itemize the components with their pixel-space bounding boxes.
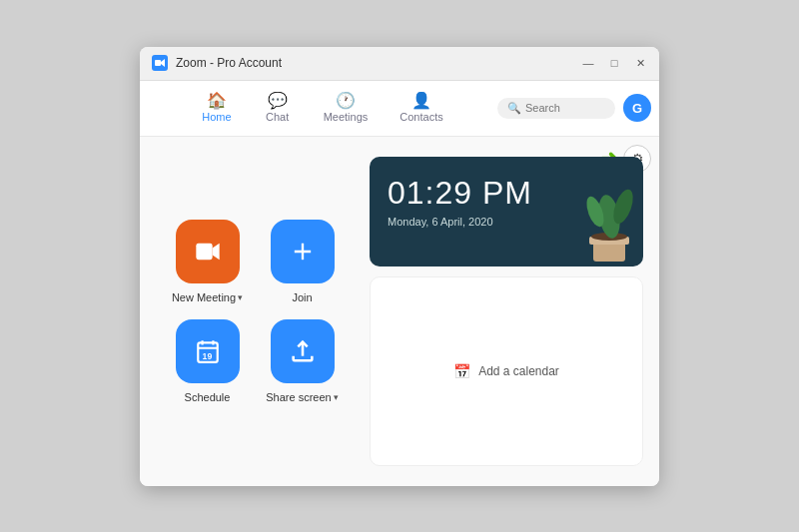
- tab-chat-label: Chat: [266, 111, 289, 123]
- new-meeting-item[interactable]: New Meeting ▾: [170, 220, 245, 303]
- clock-time: 01:29 PM: [388, 175, 532, 212]
- tab-home-label: Home: [202, 111, 231, 123]
- schedule-button[interactable]: 19: [176, 319, 240, 383]
- join-label: Join: [292, 291, 312, 303]
- add-calendar-button[interactable]: 📅 Add a calendar: [453, 363, 559, 379]
- tab-home[interactable]: 🏠 Home: [186, 89, 247, 127]
- join-button[interactable]: [271, 220, 335, 283]
- close-button[interactable]: ✕: [633, 56, 647, 70]
- restore-button[interactable]: □: [607, 56, 621, 70]
- share-screen-chevron: ▾: [334, 392, 339, 402]
- share-screen-label: Share screen ▾: [266, 391, 338, 403]
- schedule-item[interactable]: 19 Schedule: [170, 319, 245, 403]
- calendar-small-icon: 📅: [453, 363, 470, 379]
- tab-meetings-label: Meetings: [324, 111, 369, 123]
- window-controls: — □ ✕: [581, 56, 647, 70]
- plant-decoration: [573, 177, 643, 266]
- svg-marker-3: [212, 243, 219, 259]
- search-input[interactable]: [525, 102, 605, 114]
- join-item[interactable]: Join: [265, 220, 340, 303]
- clock-info: 01:29 PM Monday, 6 April, 2020: [388, 175, 532, 228]
- tab-contacts-label: Contacts: [400, 111, 442, 123]
- nav-bar: 🏠 Home 💬 Chat 🕐 Meetings 👤 Contacts 🔍 G: [140, 81, 659, 137]
- left-panel: New Meeting ▾ Join: [140, 137, 360, 486]
- new-meeting-chevron: ▾: [238, 292, 243, 302]
- app-icon: [152, 55, 168, 71]
- meetings-icon: 🕐: [336, 93, 356, 109]
- clock-date: Monday, 6 April, 2020: [388, 216, 532, 228]
- avatar[interactable]: G: [623, 94, 651, 122]
- svg-rect-2: [196, 243, 212, 259]
- new-meeting-button[interactable]: [176, 220, 240, 283]
- calendar-card: 📅 Add a calendar: [370, 276, 643, 466]
- clock-card: 01:29 PM Monday, 6 April, 2020: [370, 157, 643, 266]
- main-content: ➜ ⚙ New Meeting ▾: [140, 137, 659, 486]
- search-box[interactable]: 🔍: [497, 98, 615, 119]
- tab-contacts[interactable]: 👤 Contacts: [384, 89, 458, 127]
- schedule-label: Schedule: [185, 391, 231, 403]
- svg-rect-0: [155, 60, 161, 66]
- svg-marker-1: [161, 59, 165, 67]
- add-calendar-label: Add a calendar: [478, 364, 559, 378]
- tab-chat[interactable]: 💬 Chat: [248, 89, 308, 127]
- contacts-icon: 👤: [411, 93, 431, 109]
- chat-icon: 💬: [268, 93, 288, 109]
- title-bar: Zoom - Pro Account — □ ✕: [140, 47, 659, 81]
- home-icon: 🏠: [207, 93, 227, 109]
- new-meeting-label: New Meeting ▾: [172, 291, 243, 303]
- action-grid: New Meeting ▾ Join: [170, 220, 340, 403]
- share-screen-item[interactable]: Share screen ▾: [265, 319, 340, 403]
- svg-text:19: 19: [202, 350, 212, 360]
- window-title: Zoom - Pro Account: [176, 56, 581, 70]
- nav-tabs: 🏠 Home 💬 Chat 🕐 Meetings 👤 Contacts: [148, 89, 497, 127]
- share-screen-button[interactable]: [271, 319, 335, 383]
- right-panel: 01:29 PM Monday, 6 April, 2020: [360, 137, 659, 486]
- app-window: Zoom - Pro Account — □ ✕ 🏠 Home 💬 Chat 🕐…: [140, 47, 659, 486]
- search-icon: 🔍: [507, 102, 521, 115]
- minimize-button[interactable]: —: [581, 56, 595, 70]
- tab-meetings[interactable]: 🕐 Meetings: [308, 89, 385, 127]
